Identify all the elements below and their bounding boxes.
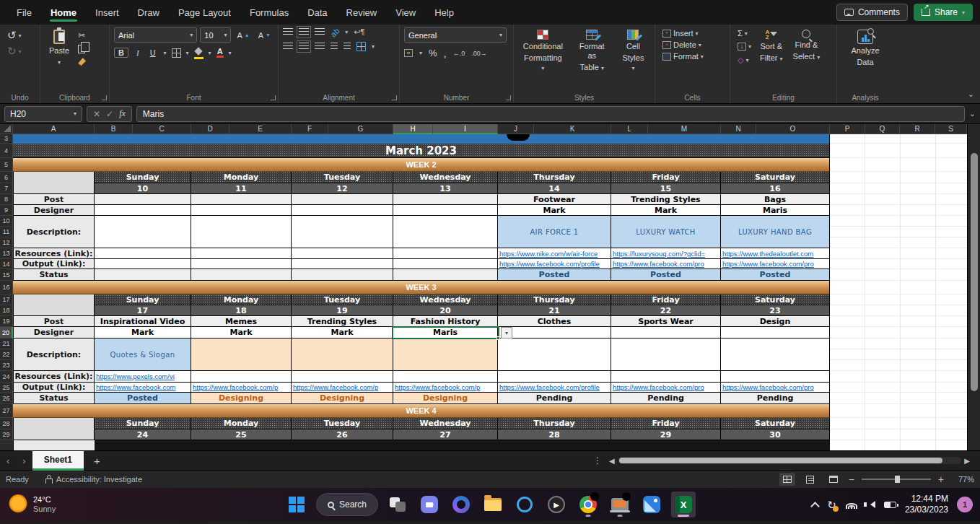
description-cell[interactable]: Quotes & Slogan	[95, 339, 191, 371]
sheet-tab-sheet1[interactable]: Sheet1	[32, 451, 84, 471]
spacer-cell[interactable]	[13, 305, 95, 316]
week3-band-cell[interactable]: WEEK 3	[13, 281, 830, 294]
share-button[interactable]: Share ▾	[914, 4, 973, 21]
empty-cells[interactable]	[830, 305, 967, 316]
column-header[interactable]: H	[393, 124, 433, 134]
day-header-cell[interactable]: Monday	[191, 172, 292, 183]
row-header[interactable]: 18	[0, 305, 13, 316]
column-header[interactable]: K	[534, 124, 611, 134]
spacer-cell[interactable]	[13, 294, 95, 305]
spacer-cell[interactable]	[13, 172, 95, 183]
empty-cells[interactable]	[830, 327, 967, 339]
format-cells-button[interactable]: Format▾	[660, 51, 725, 62]
add-sheet-button[interactable]: +	[84, 455, 110, 467]
column-header[interactable]: A	[13, 124, 95, 134]
output-link-cell[interactable]: https://www.facebook.com	[95, 383, 191, 393]
day-header-cell[interactable]: Thursday	[498, 418, 611, 429]
blue-band-cell[interactable]	[13, 134, 830, 144]
date-cell[interactable]: 17	[95, 305, 191, 316]
comma-style-icon[interactable]: ,	[444, 47, 447, 59]
designer-cell[interactable]: Mark	[292, 327, 393, 339]
align-left-icon[interactable]	[283, 43, 293, 51]
designer-cell[interactable]	[721, 327, 830, 339]
date-cell[interactable]: 19	[292, 305, 393, 316]
output-link-cell[interactable]: https://www.facebook.com/profile	[498, 259, 611, 269]
row-header[interactable]: 28	[0, 418, 13, 429]
start-button[interactable]	[284, 492, 309, 518]
day-header-cell[interactable]: Wednesday	[393, 294, 498, 305]
battery-icon[interactable]	[884, 502, 896, 508]
chevron-down-icon[interactable]: ▾	[186, 50, 189, 56]
enter-icon[interactable]: ✓	[106, 109, 113, 119]
row-header[interactable]: 9	[0, 205, 13, 216]
status-cell[interactable]: Designing	[393, 393, 498, 404]
row-header[interactable]: 20	[0, 327, 13, 339]
fill-handle[interactable]	[496, 336, 500, 340]
merge-center-icon[interactable]	[356, 42, 366, 51]
column-header[interactable]: B	[95, 124, 133, 134]
task-view-button[interactable]	[385, 492, 410, 518]
format-as-table-button[interactable]: Format as Table ▾	[571, 27, 613, 75]
ribbon-tab-formulas[interactable]: Formulas	[240, 2, 298, 23]
empty-cells[interactable]	[830, 183, 967, 194]
horizontal-scrollbar-thumb[interactable]	[619, 458, 942, 463]
ribbon-tab-data[interactable]: Data	[298, 2, 336, 23]
row-header[interactable]: 14	[0, 259, 13, 269]
resource-link-cell[interactable]	[393, 248, 498, 259]
spacer-cell[interactable]	[13, 183, 95, 194]
horizontal-scrollbar[interactable]: ◀ ▶	[609, 456, 970, 465]
vertical-scrollbar-thumb[interactable]	[971, 153, 978, 391]
empty-cells[interactable]	[830, 383, 967, 393]
day-header-cell[interactable]: Sunday	[95, 294, 191, 305]
day-header-cell[interactable]: Monday	[191, 418, 292, 429]
status-cell[interactable]	[95, 269, 191, 281]
next-sheet-button[interactable]: ›	[16, 455, 32, 466]
date-cell[interactable]: 12	[292, 183, 393, 194]
day-header-cell[interactable]: Friday	[611, 172, 721, 183]
hidden-icons-chevron[interactable]	[810, 502, 820, 511]
empty-cells[interactable]	[830, 418, 967, 429]
resource-link-cell[interactable]	[292, 248, 393, 259]
post-cell[interactable]: Design	[721, 316, 830, 327]
date-cell[interactable]: 27	[393, 429, 498, 440]
day-header-cell[interactable]: Tuesday	[292, 172, 393, 183]
status-cell[interactable]: Posted	[498, 269, 611, 281]
resource-link-cell[interactable]	[292, 371, 393, 383]
date-cell[interactable]: 18	[191, 305, 292, 316]
row-header[interactable]: 27	[0, 404, 13, 418]
empty-cells[interactable]	[830, 158, 967, 172]
resource-link-cell[interactable]: https://www.thedealoutlet.com	[721, 248, 830, 259]
conditional-formatting-button[interactable]: Conditional Formatting ▾	[518, 27, 568, 75]
output-link-cell[interactable]: https://www.facebook.com/profile	[498, 383, 611, 393]
row-header[interactable]: 24	[0, 371, 13, 383]
zoom-in-button[interactable]: +	[938, 473, 944, 485]
select-all-corner[interactable]	[0, 124, 13, 134]
post-cell[interactable]: Bags	[721, 194, 830, 205]
day-header-cell[interactable]: Thursday	[498, 172, 611, 183]
resource-link-cell[interactable]	[721, 371, 830, 383]
resource-link-cell[interactable]	[95, 248, 191, 259]
row-header[interactable]: 7	[0, 183, 13, 194]
cell-styles-button[interactable]: Cell Styles ▾	[616, 27, 650, 75]
status-cell[interactable]: Posted	[721, 269, 830, 281]
day-header-cell[interactable]: Wednesday	[393, 172, 498, 183]
format-painter-icon[interactable]	[78, 58, 86, 66]
post-cell[interactable]: Footwear	[498, 194, 611, 205]
description-cell[interactable]	[292, 216, 393, 248]
column-header[interactable]: L	[611, 124, 648, 134]
italic-button[interactable]: I	[134, 47, 142, 58]
empty-cells[interactable]	[830, 172, 967, 183]
week4-band-cell[interactable]: WEEK 4	[13, 404, 830, 418]
empty-cells[interactable]	[830, 393, 967, 404]
zoom-out-button[interactable]: −	[849, 473, 854, 485]
date-cell[interactable]: 25	[191, 429, 292, 440]
row-header[interactable]: 23	[0, 360, 13, 371]
date-cell[interactable]: 11	[191, 183, 292, 194]
month-title-cell[interactable]: March 2023	[13, 144, 830, 158]
output-link-cell[interactable]	[292, 259, 393, 269]
designer-cell[interactable]: Mark	[191, 327, 292, 339]
row-header[interactable]: 4	[0, 144, 13, 158]
date-cell[interactable]: 14	[498, 183, 611, 194]
ribbon-tab-draw[interactable]: Draw	[128, 2, 169, 23]
empty-cells[interactable]	[830, 216, 967, 248]
